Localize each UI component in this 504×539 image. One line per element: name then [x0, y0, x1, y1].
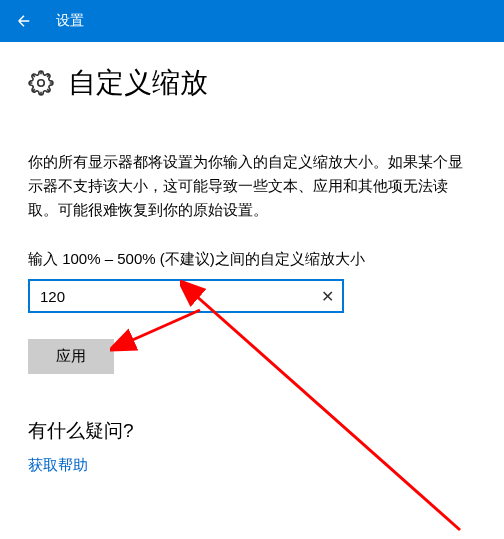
- description-text: 你的所有显示器都将设置为你输入的自定义缩放大小。如果某个显示器不支持该大小，这可…: [28, 150, 476, 222]
- scale-input-wrapper: ✕: [28, 279, 344, 313]
- clear-input-button[interactable]: ✕: [316, 285, 338, 307]
- close-icon: ✕: [321, 287, 334, 306]
- svg-point-0: [38, 80, 45, 87]
- gear-icon: [28, 70, 54, 96]
- header-title: 设置: [56, 12, 84, 30]
- help-heading: 有什么疑问?: [28, 418, 476, 444]
- page-title: 自定义缩放: [68, 64, 208, 102]
- help-section: 有什么疑问? 获取帮助: [28, 418, 476, 475]
- scale-input[interactable]: [28, 279, 344, 313]
- content-area: 自定义缩放 你的所有显示器都将设置为你输入的自定义缩放大小。如果某个显示器不支持…: [0, 42, 504, 497]
- back-arrow-icon: [15, 12, 33, 30]
- back-button[interactable]: [12, 9, 36, 33]
- header-bar: 设置: [0, 0, 504, 42]
- help-link[interactable]: 获取帮助: [28, 456, 476, 475]
- apply-button[interactable]: 应用: [28, 339, 114, 374]
- page-heading-row: 自定义缩放: [28, 64, 476, 102]
- input-label: 输入 100% – 500% (不建议)之间的自定义缩放大小: [28, 250, 476, 269]
